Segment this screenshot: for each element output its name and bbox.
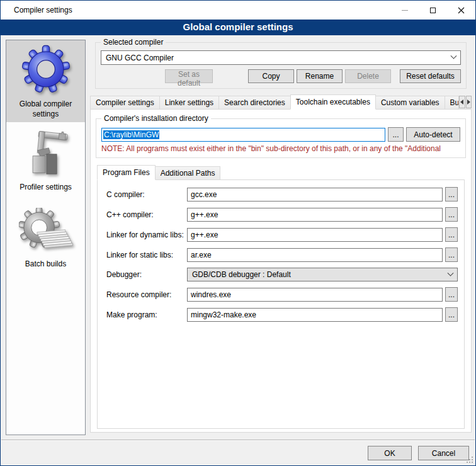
install-dir-input[interactable]: C:\raylib\MinGW <box>101 128 385 142</box>
field-label: Debugger: <box>106 270 187 279</box>
cpp-compiler-browse-button[interactable]: ... <box>445 207 458 222</box>
tab-compiler-settings[interactable]: Compiler settings <box>90 96 160 109</box>
close-button[interactable] <box>447 1 475 20</box>
ok-button[interactable]: OK <box>368 446 412 460</box>
installation-directory-row: C:\raylib\MinGW ... Auto-detect <box>101 127 460 142</box>
arrow-left-icon <box>460 99 463 105</box>
tab-linker-settings[interactable]: Linker settings <box>159 96 219 109</box>
field-row-debugger: Debugger: GDB/CDB debugger : Default <box>106 268 458 281</box>
installation-directory-group: Compiler's installation directory C:\ray… <box>96 118 466 158</box>
subtab-program-files[interactable]: Program Files <box>97 165 156 180</box>
blue-gear-icon <box>18 44 74 96</box>
field-label: Resource compiler: <box>106 290 187 299</box>
install-dir-selected-text: C:\raylib\MinGW <box>103 130 159 139</box>
make-program-browse-button[interactable]: ... <box>445 307 458 322</box>
subtab-additional-paths[interactable]: Additional Paths <box>155 166 221 179</box>
field-row-c-compiler: C compiler: ... <box>106 187 458 202</box>
installation-directory-group-label: Compiler's installation directory <box>101 114 211 123</box>
field-row-static-linker: Linker for static libs: ... <box>106 247 458 262</box>
selected-compiler-group-label: Selected compiler <box>101 38 166 47</box>
footer-buttons: OK Cancel <box>368 446 469 460</box>
field-row-make-program: Make program: ... <box>106 307 458 322</box>
static-linker-browse-button[interactable]: ... <box>445 247 458 262</box>
reset-defaults-button[interactable]: Reset defaults <box>400 69 461 83</box>
field-row-resource-compiler: Resource compiler: ... <box>106 287 458 302</box>
window-title: Compiler settings <box>14 6 72 14</box>
static-linker-input[interactable] <box>187 248 443 262</box>
chevron-down-icon <box>451 53 457 59</box>
install-dir-browse-button[interactable]: ... <box>388 127 404 142</box>
maximize-icon <box>430 8 436 13</box>
arrow-right-icon <box>467 99 470 105</box>
c-compiler-browse-button[interactable]: ... <box>445 187 458 202</box>
resource-compiler-input[interactable] <box>187 288 443 302</box>
install-dir-note: NOTE: All programs must exist either in … <box>101 144 460 153</box>
rename-button[interactable]: Rename <box>297 69 343 83</box>
field-label: Linker for static libs: <box>106 251 187 259</box>
auto-detect-button[interactable]: Auto-detect <box>406 127 460 142</box>
main-panel: Selected compiler GNU GCC Compiler Set a… <box>90 40 472 435</box>
debugger-select-value: GDB/CDB debugger : Default <box>192 270 448 279</box>
program-files-page: C compiler: ... C++ compiler: ... Linker… <box>97 179 465 429</box>
compiler-select[interactable]: GNU GCC Compiler <box>101 50 461 65</box>
chevron-down-icon <box>448 270 454 276</box>
c-compiler-input[interactable] <box>187 188 443 202</box>
make-program-input[interactable] <box>187 308 443 322</box>
selected-compiler-group: Selected compiler GNU GCC Compiler Set a… <box>95 42 467 89</box>
field-label: C compiler: <box>106 190 187 199</box>
delete-button[interactable]: Delete <box>345 69 391 83</box>
compiler-settings-dialog: Compiler settings Global compiler settin… <box>0 0 476 466</box>
minimize-icon <box>402 10 408 11</box>
resize-grip[interactable] <box>467 457 473 463</box>
title-bar: Compiler settings <box>1 1 475 20</box>
compiler-buttons-row: Set as default Copy Rename Delete Reset … <box>101 69 461 83</box>
resource-compiler-browse-button[interactable]: ... <box>445 287 458 302</box>
sidebar-item-label: Global compiler settings <box>8 99 84 119</box>
tab-custom-variables[interactable]: Custom variables <box>375 96 445 109</box>
sidebar-item-global-compiler-settings[interactable]: Global compiler settings <box>6 40 85 122</box>
programs-subtab-strip: Program Files Additional Paths <box>97 166 465 179</box>
set-as-default-button[interactable]: Set as default <box>165 69 213 83</box>
tab-build-options[interactable]: Build <box>445 96 460 109</box>
minimize-button[interactable] <box>390 1 419 20</box>
dynamic-linker-browse-button[interactable]: ... <box>445 227 458 242</box>
footer-divider <box>1 440 475 441</box>
caliper-icon <box>22 127 70 179</box>
sidebar-item-label: Batch builds <box>25 259 66 270</box>
field-label: Linker for dynamic libs: <box>106 230 187 239</box>
field-label: C++ compiler: <box>106 210 187 219</box>
toolchain-executables-page: Compiler's installation directory C:\ray… <box>90 109 472 433</box>
settings-category-list: Global compiler settings <box>6 40 86 435</box>
field-row-cpp-compiler: C++ compiler: ... <box>106 207 458 222</box>
gray-gear-stack-icon <box>19 208 73 256</box>
sidebar-item-profiler-settings[interactable]: Profiler settings <box>6 127 85 193</box>
settings-tab-strip: Compiler settings Linker settings Search… <box>90 95 472 109</box>
cancel-button[interactable]: Cancel <box>418 446 469 460</box>
page-title: Global compiler settings <box>1 20 475 35</box>
copy-button[interactable]: Copy <box>248 69 294 83</box>
sidebar-item-batch-builds[interactable]: Batch builds <box>6 208 85 270</box>
window-controls <box>390 1 475 20</box>
field-label: Make program: <box>106 310 187 319</box>
close-icon <box>458 7 465 14</box>
cpp-compiler-input[interactable] <box>187 208 443 222</box>
tab-scroll-left-button[interactable] <box>459 96 465 108</box>
compiler-select-value: GNU GCC Compiler <box>106 54 451 62</box>
maximize-button[interactable] <box>419 1 447 20</box>
field-row-dynamic-linker: Linker for dynamic libs: ... <box>106 227 458 242</box>
tab-toolchain-executables[interactable]: Toolchain executables <box>290 94 376 110</box>
debugger-select[interactable]: GDB/CDB debugger : Default <box>187 268 458 281</box>
tab-search-directories[interactable]: Search directories <box>218 96 291 109</box>
dynamic-linker-input[interactable] <box>187 228 443 242</box>
sidebar-item-label: Profiler settings <box>20 183 72 193</box>
tab-scroll-right-button[interactable] <box>466 96 472 108</box>
